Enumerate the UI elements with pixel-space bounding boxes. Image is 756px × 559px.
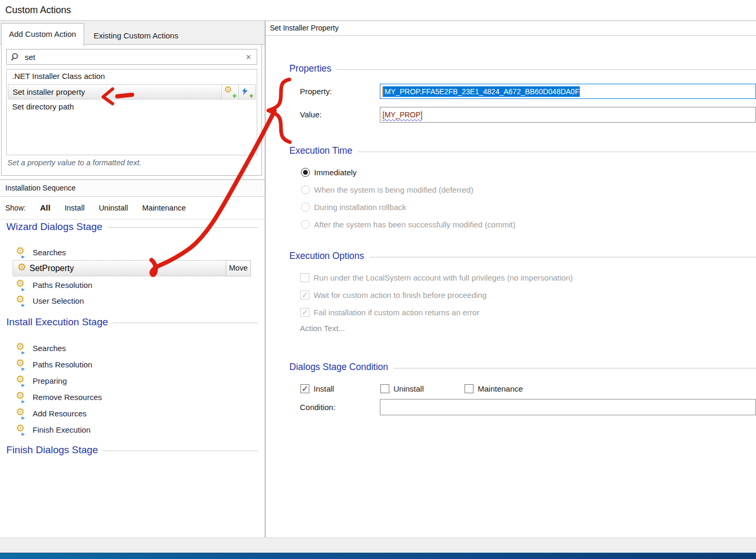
list-item-label: Set installer property: [13, 87, 85, 96]
stage-heading-install-execution: Install Execution Stage: [6, 316, 258, 328]
checkbox-checked-icon: [300, 291, 309, 300]
checkbox-install[interactable]: Install: [300, 383, 334, 394]
dialogs-stage-condition-heading: Dialogs Stage Condition: [289, 362, 756, 373]
condition-input[interactable]: [380, 399, 756, 415]
property-value-selected: MY_PROP.FFA5E2FB_23E1_4824_A672_BB60D048…: [382, 86, 580, 97]
tab-existing-custom-actions[interactable]: Existing Custom Actions: [86, 25, 186, 46]
sequence-item-paths-resolution-exec[interactable]: ⚙► Paths Resolution: [16, 357, 92, 371]
checkbox-checked-icon: [300, 308, 309, 317]
value-row: Value: [MY_PROP]: [300, 106, 756, 123]
installation-sequence-panel: Installation Sequence Show: All Install …: [0, 179, 265, 537]
page-title-bar: Custom Actions: [0, 0, 756, 21]
checkbox-fail-on-error: Fail installation if custom action retur…: [300, 307, 479, 317]
condition-row: Condition:: [300, 399, 756, 415]
sequence-item-add-resources[interactable]: ⚙► Add Resources: [16, 406, 87, 420]
search-value: set: [25, 53, 35, 62]
gear-arrow-icon: ⚙►: [16, 279, 28, 291]
gear-arrow-icon: ⚙►: [16, 342, 28, 354]
gear-arrow-icon: ⚙►: [16, 246, 28, 258]
move-button[interactable]: Move: [226, 260, 251, 276]
checkbox-wait-finish: Wait for custom action to finish before …: [300, 290, 487, 300]
sequence-item-paths-resolution[interactable]: ⚙► Paths Resolution: [16, 278, 92, 292]
show-filter-row: Show: All Install Uninstall Maintenance: [0, 197, 265, 219]
execution-time-heading: Execution Time: [289, 145, 756, 156]
gear-arrow-icon: ⚙►: [16, 295, 28, 306]
gear-icon: ⚙: [17, 263, 29, 274]
sequence-item-setproperty-selected[interactable]: ⚙ SetProperty Move: [13, 260, 251, 276]
checkbox-uninstall[interactable]: Uninstall: [380, 383, 424, 394]
condition-label: Condition:: [300, 403, 380, 412]
radio-deferred: When the system is being modified (defer…: [301, 184, 473, 195]
filter-uninstall[interactable]: Uninstall: [99, 204, 128, 212]
list-item[interactable]: .NET Installer Class action: [7, 69, 257, 84]
lightning-add-icon: [242, 87, 248, 95]
filter-all[interactable]: All: [40, 203, 51, 213]
status-bar: [0, 537, 756, 553]
filter-maintenance[interactable]: Maintenance: [142, 204, 186, 212]
search-input[interactable]: set ✕: [6, 49, 257, 65]
clear-search-icon[interactable]: ✕: [246, 53, 251, 61]
gear-add-icon: ⚙: [224, 84, 232, 95]
value-value: [MY_PROP]: [382, 111, 422, 119]
sequence-item-remove-resources[interactable]: ⚙► Remove Resources: [16, 390, 102, 404]
list-item[interactable]: Set directory path: [7, 100, 257, 114]
sequence-item-searches-exec[interactable]: ⚙► Searches: [16, 341, 66, 355]
set-installer-property-panel: Set Installer Property Properties Proper…: [266, 21, 756, 537]
sequence-item-user-selection[interactable]: ⚙► User Selection: [16, 294, 84, 307]
sequence-item-searches[interactable]: ⚙► Searches: [16, 245, 66, 259]
row-action-buttons: ⚙ + +: [221, 85, 255, 99]
sequence-item-preparing[interactable]: ⚙► Preparing: [16, 374, 67, 387]
radio-commit: After the system has been successfully m…: [301, 219, 516, 229]
radio-immediately[interactable]: Immediately: [301, 167, 357, 177]
checkbox-icon: [300, 273, 309, 282]
add-quick-action-button[interactable]: +: [238, 85, 255, 99]
value-input[interactable]: [MY_PROP]: [380, 107, 756, 123]
gear-arrow-icon: ⚙►: [16, 391, 28, 403]
property-row: Property: MY_PROP.FFA5E2FB_23E1_4824_A67…: [300, 83, 756, 99]
execution-options-heading: Execution Options: [289, 251, 756, 262]
value-label: Value:: [300, 110, 380, 119]
action-results-list: .NET Installer Class action Set installe…: [6, 69, 257, 155]
radio-icon: [301, 203, 310, 212]
tab-add-custom-action[interactable]: Add Custom Action: [1, 23, 84, 46]
filter-install[interactable]: Install: [65, 204, 85, 212]
property-label: Property:: [300, 87, 380, 96]
bottom-accent-bar: [0, 553, 756, 559]
property-input[interactable]: MY_PROP.FFA5E2FB_23E1_4824_A672_BB60D048…: [380, 84, 756, 99]
show-label: Show:: [5, 204, 26, 212]
add-custom-action-panel: set ✕ .NET Installer Class action Set in…: [1, 45, 262, 176]
gear-arrow-icon: ⚙►: [16, 407, 28, 419]
page-title: Custom Actions: [5, 5, 71, 16]
sequence-item-finish-execution[interactable]: ⚙► Finish Execution: [16, 423, 90, 436]
radio-rollback: During installation rollback: [301, 202, 406, 212]
list-item-selected[interactable]: Set installer property ⚙ + +: [8, 84, 256, 99]
checkbox-run-localsystem: Run under the LocalSystem account with f…: [300, 272, 573, 283]
gear-arrow-icon: ⚙►: [16, 375, 28, 386]
gear-arrow-icon: ⚙►: [16, 358, 28, 370]
checkbox-icon: [380, 384, 389, 393]
checkbox-maintenance[interactable]: Maintenance: [465, 383, 523, 394]
custom-actions-screen: Custom Actions Add Custom Action Existin…: [0, 0, 756, 559]
properties-heading: Properties: [289, 63, 756, 74]
action-description: Set a property value to a formatted text…: [7, 158, 142, 167]
tab-bar: Add Custom Action Existing Custom Action…: [0, 22, 265, 45]
radio-icon: [301, 220, 310, 229]
checkbox-checked-icon: [300, 384, 309, 393]
stage-heading-wizard-dialogs: Wizard Dialogs Stage: [6, 221, 258, 233]
radio-selected-icon: [301, 168, 310, 177]
right-panel-title: Set Installer Property: [266, 22, 756, 36]
radio-icon: [301, 185, 310, 194]
stage-heading-finish-dialogs: Finish Dialogs Stage: [6, 444, 258, 456]
installation-sequence-title: Installation Sequence: [0, 180, 265, 197]
add-custom-action-button[interactable]: ⚙ +: [221, 85, 238, 99]
search-icon: [11, 53, 20, 62]
action-text-link: Action Text...: [300, 324, 345, 333]
checkbox-icon: [465, 384, 473, 393]
gear-arrow-icon: ⚙►: [16, 424, 28, 435]
